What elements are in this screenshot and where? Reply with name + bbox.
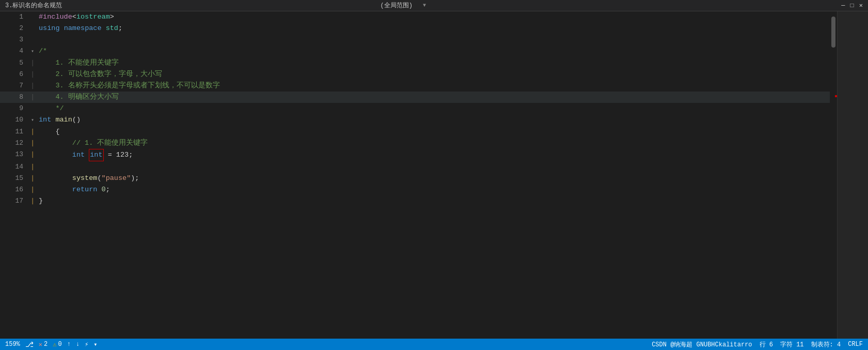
arrow-down-icon[interactable]: ↓ [76, 341, 80, 348]
line-number: 16 [0, 184, 28, 195]
warning-count[interactable]: ⚠ 0 [53, 341, 61, 348]
status-bar: 159% ⎇ ✕ 2 ⚠ 0 ↑ ↓ ⚡ ▾ CSDN @纳海超 GNUBHCk… [0, 339, 868, 350]
fold-indicator: │ [28, 149, 37, 161]
line-number: 14 [0, 161, 28, 173]
code-content [37, 161, 830, 173]
code-content: return 0; [37, 184, 830, 195]
fold-indicator: │ [28, 173, 37, 184]
code-table: 1 #include<iostream> 2 using namespace s… [0, 11, 830, 207]
fold-indicator[interactable]: ▾ [28, 114, 37, 126]
table-row: 9 */ [0, 103, 830, 114]
table-row: 5 │ 1. 不能使用关键字 [0, 57, 830, 69]
line-number: 8 [0, 92, 28, 103]
zoom-level: 159% [5, 341, 20, 348]
window-close[interactable]: ✕ [859, 2, 863, 9]
table-row: 2 using namespace std; [0, 23, 830, 34]
table-row: 8 │ 4. 明确区分大小写 [0, 92, 830, 103]
encoding: CRLF [848, 341, 863, 348]
table-row: 15 │ system("pause"); [0, 173, 830, 184]
arrow-up-icon[interactable]: ↑ [67, 341, 71, 348]
code-content: int main() [37, 114, 830, 126]
scope-dropdown-icon[interactable]: ▼ [423, 3, 426, 8]
scope-text: (全局范围) [381, 1, 413, 10]
warning-icon: ⚠ [53, 341, 56, 348]
code-content: 1. 不能使用关键字 [37, 57, 830, 69]
fold-indicator[interactable]: ▾ [28, 45, 37, 57]
status-branch-icon: ⎇ [25, 340, 34, 349]
tab-size: 制表符: 4 [811, 340, 841, 349]
code-content: int int = 123; [37, 149, 830, 161]
row-info: 行 6 [760, 340, 773, 349]
code-content: 2. 可以包含数字，字母，大小写 [37, 69, 830, 80]
fold-indicator: │ [28, 69, 37, 80]
line-number: 11 [0, 126, 28, 138]
table-row: 10 ▾ int main() [0, 114, 830, 126]
fold-indicator [28, 23, 37, 34]
error-icon: ✕ [39, 341, 42, 348]
minimap [837, 11, 868, 339]
line-number: 3 [0, 34, 28, 45]
table-row: 7 │ 3. 名称开头必须是字母或者下划线，不可以是数字 [0, 80, 830, 92]
fold-indicator: │ [28, 126, 37, 138]
title-bar-right: ─ □ ✕ [841, 2, 863, 9]
line-number: 10 [0, 114, 28, 126]
window-minimize[interactable]: ─ [841, 2, 845, 9]
window-maximize[interactable]: □ [850, 2, 854, 9]
filter-icon[interactable]: ⚡ [85, 341, 88, 348]
table-row: 17 │ } [0, 195, 830, 207]
error-number: 2 [44, 341, 48, 348]
line-number: 7 [0, 80, 28, 92]
fold-indicator: │ [28, 57, 37, 69]
code-content: */ [37, 103, 830, 114]
line-number: 6 [0, 69, 28, 80]
line-number: 1 [0, 11, 28, 23]
table-row: 11 │ { [0, 126, 830, 138]
fold-indicator: │ [28, 92, 37, 103]
fold-indicator [28, 11, 37, 23]
fold-indicator: │ [28, 138, 37, 149]
table-row: 6 │ 2. 可以包含数字，字母，大小写 [0, 69, 830, 80]
editor-container: 1 #include<iostream> 2 using namespace s… [0, 11, 868, 339]
title-bar-left: 3.标识名的命名规范 (全局范围) ▼ [5, 1, 841, 10]
code-content: #include<iostream> [37, 11, 830, 23]
line-number: 15 [0, 173, 28, 184]
tab-title[interactable]: 3.标识名的命名规范 [5, 1, 62, 10]
table-row: 1 #include<iostream> [0, 11, 830, 23]
scrollbar-track[interactable] [830, 11, 837, 339]
fold-indicator [28, 103, 37, 114]
minimap-highlight [838, 11, 868, 339]
table-row: 13 │ int int = 123; [0, 149, 830, 161]
code-content: 4. 明确区分大小写 [37, 92, 830, 103]
code-area[interactable]: 1 #include<iostream> 2 using namespace s… [0, 11, 830, 339]
line-number: 13 [0, 149, 28, 161]
line-number: 4 [0, 45, 28, 57]
error-highlight-int: int [89, 149, 103, 161]
title-bar: 3.标识名的命名规范 (全局范围) ▼ ─ □ ✕ [0, 0, 868, 11]
table-row: 3 [0, 34, 830, 45]
code-content: using namespace std; [37, 23, 830, 34]
table-row: 14 │ [0, 161, 830, 173]
filter-extra: ▾ [93, 341, 97, 348]
table-row: 12 │ // 1. 不能使用关键字 [0, 138, 830, 149]
col-info: 字符 11 [780, 340, 804, 349]
credit-text: CSDN @纳海超 GNUBHCkalitarro [652, 340, 752, 349]
line-number: 2 [0, 23, 28, 34]
status-left: 159% ⎇ ✕ 2 ⚠ 0 ↑ ↓ ⚡ ▾ [5, 340, 98, 349]
code-content: /* [37, 45, 830, 57]
error-count[interactable]: ✕ 2 [39, 341, 48, 348]
scrollbar-thumb[interactable] [831, 17, 835, 48]
fold-indicator: │ [28, 80, 37, 92]
line-number: 12 [0, 138, 28, 149]
fold-indicator [28, 34, 37, 45]
code-content: } [37, 195, 830, 207]
code-content: system("pause"); [37, 173, 830, 184]
line-number: 5 [0, 57, 28, 69]
code-content: // 1. 不能使用关键字 [37, 138, 830, 149]
code-content: 3. 名称开头必须是字母或者下划线，不可以是数字 [37, 80, 830, 92]
code-content: { [37, 126, 830, 138]
table-row: 16 │ return 0; [0, 184, 830, 195]
fold-indicator: │ [28, 195, 37, 207]
fold-indicator: │ [28, 184, 37, 195]
fold-indicator: │ [28, 161, 37, 173]
line-number: 17 [0, 195, 28, 207]
